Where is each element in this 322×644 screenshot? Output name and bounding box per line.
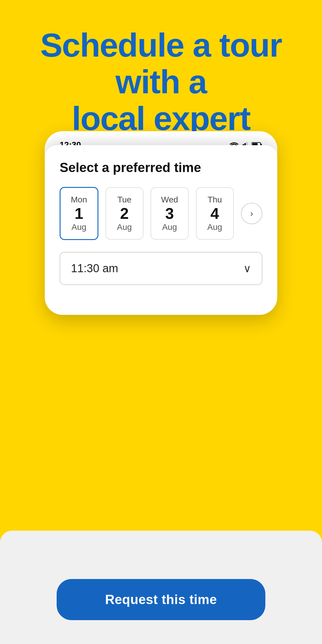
phone-mockup: 12:30 (45, 131, 277, 315)
next-dates-button[interactable]: › (241, 203, 262, 224)
page-bottom-area: Request this time (0, 531, 322, 644)
chevron-down-icon: ∨ (243, 262, 251, 275)
date-month-wed: Aug (156, 222, 183, 232)
date-card-tue[interactable]: Tue 2 Aug (106, 187, 144, 240)
date-card-wed[interactable]: Wed 3 Aug (151, 187, 189, 240)
time-selection-sheet: Select a preferred time Mon 1 Aug Tue 2 … (45, 145, 277, 315)
date-card-mon[interactable]: Mon 1 Aug (60, 187, 98, 240)
time-value: 11:30 am (71, 262, 118, 275)
date-month-mon: Aug (65, 222, 93, 232)
date-day-mon: Mon (65, 195, 93, 205)
date-num-thu: 4 (201, 206, 229, 221)
date-card-thu[interactable]: Thu 4 Aug (196, 187, 234, 240)
request-time-button[interactable]: Request this time (57, 579, 265, 620)
hero-section: Schedule a tour with a local expert (0, 0, 322, 149)
date-day-thu: Thu (201, 195, 229, 205)
time-dropdown[interactable]: 11:30 am ∨ (60, 252, 262, 285)
date-num-tue: 2 (111, 206, 138, 221)
date-month-thu: Aug (201, 222, 229, 232)
date-day-tue: Tue (111, 195, 138, 205)
date-month-tue: Aug (111, 222, 138, 232)
date-selector: Mon 1 Aug Tue 2 Aug Wed 3 Aug Thu 4 Aug … (60, 187, 262, 240)
sheet-title: Select a preferred time (60, 160, 262, 175)
date-day-wed: Wed (156, 195, 183, 205)
date-num-mon: 1 (65, 206, 93, 221)
hero-title: Schedule a tour with a local expert (18, 27, 304, 137)
date-num-wed: 3 (156, 206, 183, 221)
